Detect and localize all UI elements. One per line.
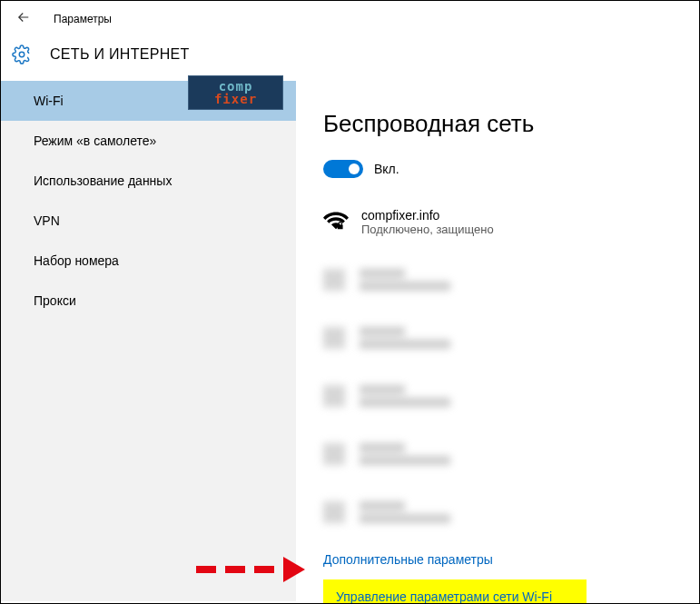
network-item-hidden[interactable] [323, 262, 699, 298]
main-title: Беспроводная сеть [323, 110, 699, 138]
wifi-icon [323, 443, 345, 465]
advanced-options-link[interactable]: Дополнительные параметры [323, 552, 699, 567]
sidebar-item-dialup[interactable]: Набор номера [1, 241, 296, 281]
sidebar-item-label: Использование данных [34, 173, 172, 188]
sidebar-item-label: Прокси [34, 293, 76, 308]
wifi-icon [323, 385, 345, 407]
network-item-hidden[interactable] [323, 378, 699, 414]
sidebar-item-data-usage[interactable]: Использование данных [1, 161, 296, 201]
sidebar-item-label: VPN [34, 213, 60, 228]
wifi-icon [323, 501, 345, 523]
manage-wifi-link-highlight: Управление параметрами сети Wi-Fi [323, 579, 587, 604]
sidebar-item-airplane[interactable]: Режим «в самолете» [1, 121, 296, 161]
main-panel: Беспроводная сеть Вкл. compfixer.info По… [296, 81, 699, 601]
sidebar-item-label: Режим «в самолете» [34, 134, 156, 148]
sidebar-item-label: Wi-Fi [34, 94, 64, 108]
sidebar-item-label: Набор номера [34, 253, 119, 268]
sidebar: Wi-Fi Режим «в самолете» Использование д… [1, 81, 296, 601]
wifi-secure-icon [323, 209, 349, 234]
gear-icon [12, 45, 32, 64]
toggle-label: Вкл. [374, 162, 399, 176]
page-title: СЕТЬ И ИНТЕРНЕТ [50, 46, 190, 63]
wifi-icon [323, 327, 345, 349]
header-title: Параметры [54, 13, 112, 25]
wifi-icon [323, 269, 345, 291]
sidebar-item-proxy[interactable]: Прокси [1, 281, 296, 321]
sidebar-item-vpn[interactable]: VPN [1, 201, 296, 241]
manage-wifi-link[interactable]: Управление параметрами сети Wi-Fi [336, 589, 552, 604]
arrow-right-icon [283, 557, 305, 582]
watermark-text-top: comp [219, 80, 253, 93]
network-item-hidden[interactable] [323, 320, 699, 356]
network-item-hidden[interactable] [323, 436, 699, 472]
watermark-logo: comp fixer [188, 75, 283, 110]
network-item-hidden[interactable] [323, 494, 699, 530]
network-name: compfixer.info [361, 208, 494, 223]
back-button[interactable] [12, 5, 35, 33]
watermark-text-bottom: fixer [214, 93, 257, 105]
arrow-annotation [196, 557, 305, 582]
svg-point-0 [19, 52, 25, 57]
network-status: Подключено, защищено [361, 223, 494, 236]
network-item-connected[interactable]: compfixer.info Подключено, защищено [323, 203, 699, 240]
wifi-toggle[interactable] [323, 160, 363, 178]
